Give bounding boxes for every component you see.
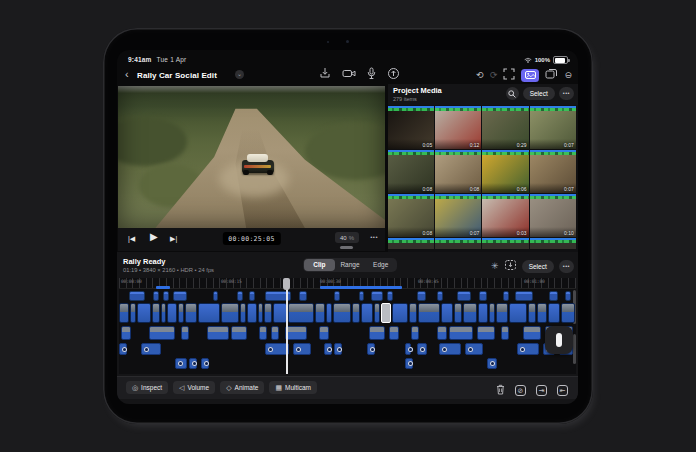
video-clip[interactable] [315, 303, 325, 323]
mode-edge[interactable]: Edge [365, 259, 396, 271]
video-clip[interactable] [478, 303, 488, 323]
timeline-selection-range[interactable] [320, 286, 402, 289]
video-clip[interactable] [352, 303, 360, 323]
title-clip[interactable] [129, 291, 145, 301]
media-thumbnail-partial[interactable] [435, 238, 481, 249]
voiceover-button[interactable] [367, 67, 376, 80]
audio-clip[interactable] [417, 343, 427, 355]
video-viewer[interactable] [118, 86, 385, 228]
live-drawing-button[interactable] [387, 67, 400, 80]
panel-resize-handle[interactable] [340, 246, 353, 249]
media-browser-button[interactable] [521, 69, 539, 82]
title-clip[interactable] [479, 291, 487, 301]
connected-clip[interactable] [477, 326, 495, 340]
media-thumbnail[interactable]: 0:07 [530, 150, 576, 193]
connected-clip[interactable] [285, 326, 307, 340]
media-thumbnail[interactable]: 0:05 [388, 106, 434, 149]
video-clip[interactable] [381, 303, 391, 323]
audio-clip[interactable] [201, 358, 209, 369]
title-clip[interactable] [173, 291, 187, 301]
title-clip[interactable] [163, 291, 169, 301]
audio-clip[interactable] [175, 358, 187, 369]
title-clip[interactable] [249, 291, 255, 301]
camera-button[interactable] [342, 67, 356, 80]
video-clip[interactable] [119, 303, 129, 323]
video-clip[interactable] [537, 303, 547, 323]
video-clip[interactable] [548, 303, 560, 323]
title-clip[interactable] [549, 291, 558, 301]
video-clip[interactable] [185, 303, 197, 323]
minus-circle-button[interactable]: ⊖ [564, 68, 572, 82]
connected-clip[interactable] [149, 326, 175, 340]
undo-button[interactable]: ⟲ [476, 68, 484, 82]
import-button[interactable] [319, 67, 331, 80]
media-thumbnail[interactable]: 0:06 [482, 150, 528, 193]
video-clip[interactable] [258, 303, 263, 323]
title-clip[interactable] [299, 291, 307, 301]
back-button[interactable]: ‹ [125, 68, 129, 81]
media-thumbnail[interactable]: 0:07 [530, 106, 576, 149]
audio-clip[interactable] [405, 343, 411, 355]
connected-clip[interactable] [389, 326, 399, 340]
media-select-button[interactable]: Select [523, 87, 555, 100]
connected-clip[interactable] [437, 326, 447, 340]
video-clip[interactable] [161, 303, 166, 323]
media-thumbnail-partial[interactable] [388, 238, 434, 249]
audio-clip[interactable] [334, 343, 342, 355]
timeline-scrollbar-lower[interactable] [573, 334, 576, 364]
play-button[interactable]: ▶ [150, 231, 158, 243]
video-clip[interactable] [288, 303, 314, 323]
title-chevron-button[interactable]: ⌄ [235, 70, 244, 79]
title-clip[interactable] [437, 291, 443, 301]
audio-clip[interactable] [465, 343, 483, 355]
title-clip[interactable] [237, 291, 243, 301]
audio-clip[interactable] [324, 343, 332, 355]
connected-clip[interactable] [271, 326, 279, 340]
title-clip[interactable] [565, 291, 571, 301]
connected-clip[interactable] [501, 326, 509, 340]
video-clip[interactable] [509, 303, 527, 323]
media-thumbnail[interactable]: 0:29 [482, 106, 528, 149]
title-clip[interactable] [515, 291, 533, 301]
video-clip[interactable] [561, 303, 575, 323]
paste-button[interactable] [504, 257, 517, 275]
media-thumbnail[interactable]: 0:08 [388, 194, 434, 237]
inspect-button[interactable]: ◎Inspect [126, 381, 168, 394]
video-clip[interactable] [247, 303, 257, 323]
playhead[interactable] [286, 278, 288, 374]
video-clip[interactable] [130, 303, 136, 323]
skip-back-button[interactable]: |◀ [128, 233, 135, 245]
timeline-select-button[interactable]: Select [522, 260, 554, 273]
connected-clip[interactable] [207, 326, 229, 340]
title-clip[interactable] [371, 291, 383, 301]
connected-clip[interactable] [523, 326, 541, 340]
video-clip[interactable] [392, 303, 408, 323]
timeline-more-button[interactable]: ••• [559, 260, 574, 273]
video-clip[interactable] [178, 303, 184, 323]
video-clip[interactable] [137, 303, 151, 323]
media-thumbnail[interactable]: 0:03 [482, 194, 528, 237]
media-thumbnail[interactable]: 0:10 [530, 194, 576, 237]
title-clip[interactable] [213, 291, 218, 301]
video-clip[interactable] [454, 303, 462, 323]
delete-clip-button[interactable] [496, 381, 505, 399]
media-thumbnail[interactable]: 0:08 [388, 150, 434, 193]
viewer-more-button[interactable]: ••• [370, 234, 378, 240]
video-clip[interactable] [441, 303, 453, 323]
overwrite-edit-button[interactable]: ⇤ [557, 385, 568, 396]
skip-forward-button[interactable]: ▶| [170, 233, 177, 245]
volume-button[interactable]: ◁Volume [173, 381, 215, 394]
connected-clip[interactable] [259, 326, 267, 340]
animate-button[interactable]: ◇Animate [220, 381, 264, 394]
timeline-tracks[interactable]: 00:00:0000:00:1500:00:3000:00:4500:01:00 [119, 278, 576, 374]
connected-clip[interactable] [319, 326, 329, 340]
media-thumbnail[interactable]: 0:12 [435, 106, 481, 149]
audio-clip[interactable] [119, 343, 127, 355]
title-clip[interactable] [387, 291, 393, 301]
video-clip[interactable] [496, 303, 508, 323]
video-clip[interactable] [221, 303, 239, 323]
connected-clip[interactable] [181, 326, 189, 340]
media-search-button[interactable] [506, 87, 519, 100]
fullscreen-button[interactable] [503, 66, 515, 84]
video-clip[interactable] [489, 303, 495, 323]
